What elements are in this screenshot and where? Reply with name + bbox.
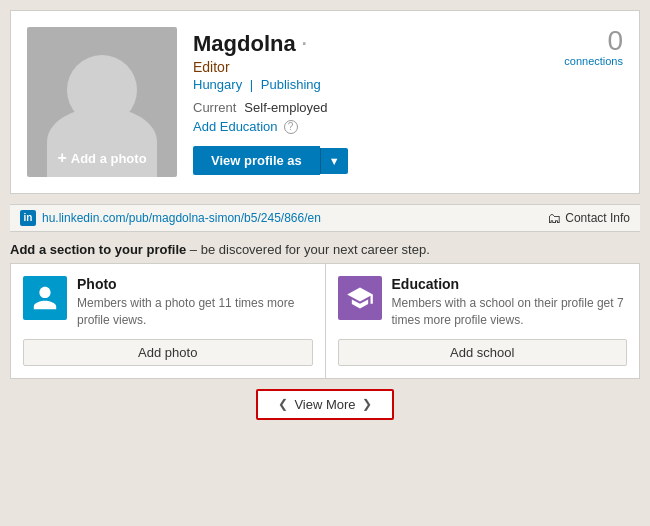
connections-count-area: 0 connections (564, 27, 623, 67)
view-more-label: View More (294, 397, 355, 412)
current-value: Self-employed (244, 100, 327, 115)
section-header: Add a section to your profile – be disco… (10, 242, 640, 257)
education-card-icon (338, 276, 382, 320)
location-divider: | (250, 77, 253, 92)
add-photo-button[interactable]: Add photo (23, 339, 313, 366)
view-more-button[interactable]: ❮ View More ❯ (256, 389, 393, 420)
chevron-left-icon: ❮ (278, 397, 288, 411)
section-header-suffix: – be discovered for your next career ste… (186, 242, 430, 257)
view-more-bar: ❮ View More ❯ (0, 389, 650, 420)
photo-card-title: Photo (77, 276, 313, 292)
add-photo-label: +Add a photo (27, 149, 177, 167)
add-education-row: Add Education ? (193, 119, 623, 134)
profile-current-row: Current Self-employed (193, 100, 623, 115)
linkedin-icon: in (20, 210, 36, 226)
profile-actions: View profile as ▼ (193, 146, 623, 175)
profile-name-dot: · (302, 34, 307, 55)
education-card-top: Education Members with a school on their… (338, 276, 628, 329)
connections-label[interactable]: connections (564, 55, 623, 67)
photo-card-icon (23, 276, 67, 320)
education-card-title: Education (392, 276, 628, 292)
profile-location[interactable]: Hungary (193, 77, 242, 92)
add-school-button[interactable]: Add school (338, 339, 628, 366)
suggestion-cards-row: Photo Members with a photo get 11 times … (10, 263, 640, 379)
education-icon (346, 284, 374, 312)
help-icon[interactable]: ? (284, 120, 298, 134)
url-left: in hu.linkedin.com/pub/magdolna-simon/b5… (20, 210, 321, 226)
profile-location-row: Hungary | Publishing (193, 77, 623, 92)
add-education-link[interactable]: Add Education (193, 119, 278, 134)
education-suggestion-card: Education Members with a school on their… (326, 264, 640, 378)
profile-name-row: Magdolna · (193, 31, 623, 57)
photo-card-top: Photo Members with a photo get 11 times … (23, 276, 313, 329)
connections-number: 0 (564, 27, 623, 55)
plus-icon: + (57, 149, 66, 166)
photo-suggestion-card: Photo Members with a photo get 11 times … (11, 264, 326, 378)
profile-url[interactable]: hu.linkedin.com/pub/magdolna-simon/b5/24… (42, 211, 321, 225)
contact-icon: 🗂 (547, 210, 561, 226)
profile-card: +Add a photo Magdolna · Editor Hungary |… (10, 10, 640, 194)
chevron-right-icon: ❯ (362, 397, 372, 411)
avatar-upload-area[interactable]: +Add a photo (27, 27, 177, 177)
profile-name: Magdolna (193, 31, 296, 57)
education-card-text: Education Members with a school on their… (392, 276, 628, 329)
photo-card-desc: Members with a photo get 11 times more p… (77, 295, 313, 329)
profile-url-bar: in hu.linkedin.com/pub/magdolna-simon/b5… (10, 204, 640, 232)
contact-info-label: Contact Info (565, 211, 630, 225)
profile-title: Editor (193, 59, 623, 75)
section-header-bold: Add a section to your profile (10, 242, 186, 257)
profile-info: Magdolna · Editor Hungary | Publishing C… (193, 27, 623, 177)
photo-card-text: Photo Members with a photo get 11 times … (77, 276, 313, 329)
view-profile-dropdown[interactable]: ▼ (320, 148, 348, 174)
profile-industry[interactable]: Publishing (261, 77, 321, 92)
person-icon (31, 284, 59, 312)
view-profile-button[interactable]: View profile as (193, 146, 320, 175)
contact-info-button[interactable]: 🗂 Contact Info (547, 210, 630, 226)
education-card-desc: Members with a school on their profile g… (392, 295, 628, 329)
current-label: Current (193, 100, 236, 115)
